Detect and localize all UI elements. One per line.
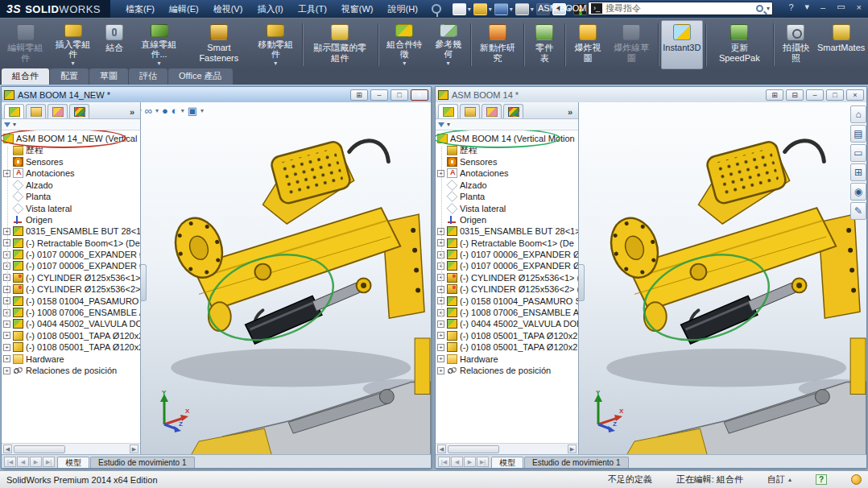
window-minimize-button[interactable]: – bbox=[370, 89, 388, 101]
expand-icon[interactable]: + bbox=[3, 321, 10, 328]
ribbon-tab[interactable]: 評估 bbox=[129, 68, 167, 85]
save[interactable] bbox=[494, 3, 508, 15]
expand-icon[interactable]: + bbox=[437, 251, 444, 258]
document-window-asm-boom-14[interactable]: ASM BOOM 14 * ⊞ ⊟ – □ × bbox=[435, 86, 867, 469]
tree-item[interactable]: + (-) 0108 05001_TAPA Ø120x2 bbox=[2, 341, 140, 353]
window-tile-button[interactable]: ⊞ bbox=[350, 89, 368, 101]
expand-icon[interactable]: + bbox=[437, 297, 444, 304]
expand-icon[interactable]: + bbox=[3, 332, 10, 339]
search-input[interactable]: 搜尋指令 bbox=[606, 2, 753, 14]
dropdown-caret-icon[interactable]: ▾ bbox=[447, 60, 450, 67]
configuration-manager-tab[interactable] bbox=[48, 104, 68, 118]
tree-item[interactable]: + (-) 0108 05001_TAPA Ø120x2 bbox=[436, 330, 578, 341]
expand-icon[interactable]: + bbox=[3, 263, 10, 270]
tree-item[interactable]: + (-) 0158 01004_PASAMURO S bbox=[436, 295, 578, 306]
filter-caret-icon[interactable]: ▾ bbox=[13, 121, 16, 128]
expand-icon[interactable]: + bbox=[3, 367, 10, 374]
toolbar-button[interactable]: 新動作研究 ▾ bbox=[473, 20, 521, 69]
tab-scroll-button[interactable]: ◀ bbox=[451, 457, 463, 467]
property-manager-tab[interactable] bbox=[460, 104, 480, 118]
scroll-left-icon[interactable]: ◀ bbox=[3, 445, 12, 453]
pin-menu-icon[interactable] bbox=[432, 4, 441, 14]
menu-item[interactable]: 檔案(F) bbox=[118, 1, 162, 18]
property-manager-tab[interactable] bbox=[26, 104, 46, 118]
tree-item[interactable]: + (-) 1008 07006_ENSAMBLE AB bbox=[2, 307, 140, 318]
search-icon[interactable] bbox=[756, 5, 763, 12]
window-close-button[interactable]: × bbox=[411, 89, 428, 101]
tree-item[interactable]: + Planta bbox=[436, 191, 578, 202]
tree-item[interactable]: + Origen bbox=[436, 214, 578, 225]
expand-icon[interactable]: + bbox=[3, 297, 10, 304]
dropdown-caret-icon[interactable]: ▾ bbox=[468, 6, 471, 13]
window-tile-button[interactable]: ⊞ bbox=[766, 89, 783, 101]
scroll-left-icon[interactable]: ◀ bbox=[437, 445, 446, 453]
command-search-box[interactable]: ›_ 搜尋指令 ▾ bbox=[588, 2, 773, 15]
tab-scroll-button[interactable]: |◀ bbox=[4, 457, 16, 467]
feature-tree-tab[interactable] bbox=[438, 104, 458, 118]
child-window-titlebar[interactable]: ASM BOOM 14_NEW * ⊞ – □ × bbox=[2, 87, 431, 102]
expand-icon[interactable]: + bbox=[3, 286, 10, 293]
expand-icon[interactable]: + bbox=[3, 239, 10, 246]
tree-item[interactable]: + Alzado bbox=[436, 180, 578, 191]
tree-item[interactable]: + (-) 0108 05001_TAPA Ø120x2 bbox=[436, 341, 578, 353]
toolbar-button[interactable]: Smart Fasteners ▾ bbox=[186, 20, 252, 69]
dropdown-caret-icon[interactable]: ▾ bbox=[489, 6, 492, 13]
scrollbar-thumb[interactable] bbox=[14, 445, 65, 453]
display-manager-tab[interactable] bbox=[69, 104, 89, 118]
dropdown-caret-icon[interactable]: ▾ bbox=[531, 6, 534, 13]
search-caret-icon[interactable]: ▾ bbox=[767, 5, 770, 12]
toolbar-button[interactable]: 移動零組件 ▾ bbox=[252, 20, 300, 69]
tree-item[interactable]: + (-) 0107 00006_EXPANDER Ø bbox=[2, 260, 140, 271]
tab-scroll-button[interactable]: ◀ bbox=[17, 457, 29, 467]
tree-item[interactable]: + Anotaciones bbox=[2, 167, 140, 179]
ribbon-tab[interactable]: 配置 bbox=[50, 68, 89, 85]
status-help-icon[interactable]: ? bbox=[816, 474, 827, 485]
tree-item[interactable]: + (-) 0107 00006_EXPANDER Ø bbox=[436, 260, 578, 271]
tree-item[interactable]: + (-) CYLINDER Ø125x536<1> ( bbox=[436, 272, 578, 283]
tree-item[interactable]: + (-) 0108 05001_TAPA Ø120x2 bbox=[2, 330, 140, 341]
display-manager-tab[interactable] bbox=[503, 104, 523, 118]
tree-item[interactable]: + Alzado bbox=[2, 180, 140, 191]
tree-item[interactable]: + Anotaciones bbox=[436, 167, 578, 179]
quick-tips-icon[interactable] bbox=[851, 474, 862, 485]
menu-item[interactable]: 編輯(E) bbox=[162, 1, 206, 18]
toolbar-button[interactable]: 組合件特徵 ▾ bbox=[381, 20, 428, 69]
tree-item[interactable]: + Relaciones de posición bbox=[436, 365, 578, 376]
tree-root-item[interactable]: ASM BOOM 14 (Vertical Motion bbox=[436, 133, 578, 144]
tree-item[interactable]: + Vista lateral bbox=[436, 202, 578, 213]
tree-item[interactable]: + Hardware bbox=[436, 353, 578, 364]
tree-root-item[interactable]: ASM BOOM 14_NEW (Vertical M bbox=[2, 133, 140, 144]
app-minimize-button[interactable]: – bbox=[817, 2, 829, 12]
ribbon-tab[interactable]: 草圖 bbox=[89, 68, 128, 85]
toolbar-button[interactable]: 參考幾何 ▾ bbox=[428, 20, 469, 69]
app-close-button[interactable]: × bbox=[854, 2, 865, 12]
toolbar-button[interactable]: Instant3D ▾ bbox=[661, 20, 703, 69]
expand-icon[interactable]: + bbox=[3, 355, 10, 362]
tree-item[interactable]: + Vista lateral bbox=[2, 202, 140, 213]
expand-icon[interactable]: + bbox=[437, 344, 444, 351]
design-library-icon[interactable]: ▤ bbox=[850, 125, 866, 143]
dropdown-caret-icon[interactable]: ▾ bbox=[200, 107, 204, 114]
expand-icon[interactable]: + bbox=[3, 251, 10, 258]
hide-show-items-icon[interactable]: ∞ bbox=[145, 105, 152, 116]
expand-icon[interactable]: + bbox=[437, 170, 444, 177]
expand-icon[interactable]: + bbox=[437, 321, 444, 328]
dropdown-caret-icon[interactable]: ▾ bbox=[72, 60, 75, 67]
tree-item[interactable]: + Planta bbox=[2, 191, 140, 202]
tree-item[interactable]: + 0315_ENSAMBLE BUT 28<1> bbox=[2, 225, 140, 237]
dropdown-caret-icon[interactable]: ▾ bbox=[274, 60, 277, 67]
expand-icon[interactable]: + bbox=[3, 274, 10, 281]
tree-item[interactable]: + (-) Retractable Boom<1> (De bbox=[2, 238, 140, 249]
help-button[interactable]: ? bbox=[785, 2, 796, 12]
expand-icon[interactable]: + bbox=[437, 309, 444, 316]
tree-item[interactable]: + Sensores bbox=[2, 156, 140, 167]
tree-item[interactable]: + (-) 0107 00006_EXPANDER Ø bbox=[436, 249, 578, 260]
panel-splitter-handle[interactable] bbox=[579, 264, 585, 301]
tree-item[interactable]: + (-) 0404 45002_VALVULA DOB bbox=[2, 318, 140, 329]
ribbon-tab[interactable]: Office 產品 bbox=[168, 68, 233, 85]
expand-icon[interactable]: + bbox=[3, 344, 10, 351]
tab-scroll-button[interactable]: ▶ bbox=[30, 457, 42, 467]
toolbar-button[interactable]: SmartMates ▾ bbox=[816, 20, 866, 69]
view-settings-icon[interactable]: ◐ bbox=[172, 105, 178, 116]
tab-scroll-button[interactable]: |◀ bbox=[438, 457, 450, 467]
